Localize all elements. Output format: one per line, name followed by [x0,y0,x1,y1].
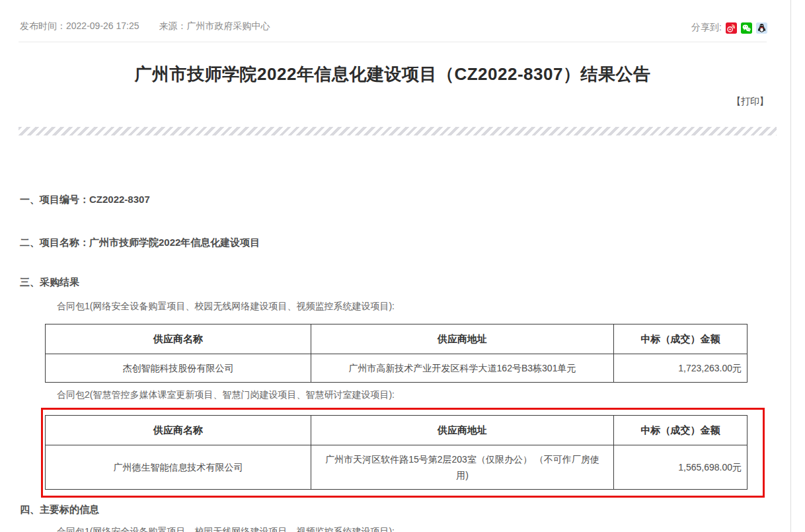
header-divider [19,42,767,42]
package2-intro: 合同包2(智慧管控多媒体课室更新项目、智慧门岗建设项目、智慧研讨室建设项目): [57,389,395,401]
section-project-number: 一、项目编号：CZ2022-8307 [20,194,150,206]
table-header-row: 供应商名称 供应商地址 中标（成交）金额 [46,416,748,445]
wechat-icon[interactable] [741,22,752,34]
cell-award-amount: 1,723,263.00元 [614,354,748,383]
share-label: 分享到: [691,22,722,34]
publish-time-value: 2022-09-26 17:25 [66,20,139,31]
header-supplier-name: 供应商名称 [46,416,311,445]
page-title: 广州市技师学院2022年信息化建设项目（CZ2022-8307）结果公告 [19,63,767,86]
cell-supplier-address: 广州市高新技术产业开发区科学大道162号B3栋301单元 [311,354,614,383]
header-supplier-address: 供应商地址 [311,416,614,445]
cutoff-package1-intro: 合同包1(网络安全设备购置项目、校园无线网络建设项目、视频监控系统建设项目): [57,526,395,532]
section-project-name: 二、项目名称：广州市技师学院2022年信息化建设项目 [20,237,260,249]
header-supplier-name: 供应商名称 [46,324,311,354]
share-bar: 分享到: [691,22,767,34]
table-row: 广州德生智能信息技术有限公司 广州市天河区软件路15号第2层203室（仅限办公）… [46,445,748,490]
cell-award-amount: 1,565,698.00元 [614,445,748,490]
section-procurement-result: 三、采购结果 [20,276,79,289]
source-value: 广州市政府采购中心 [187,20,270,31]
cell-supplier-name: 杰创智能科技股份有限公司 [46,354,311,383]
package2-result-table: 供应商名称 供应商地址 中标（成交）金额 广州德生智能信息技术有限公司 广州市天… [45,415,748,490]
section-main-subject-info: 四、主要标的信息 [20,504,99,516]
package1-intro: 合同包1(网络安全设备购置项目、校园无线网络建设项目、视频监控系统建设项目): [57,301,395,313]
hatched-divider [19,127,777,135]
header-award-amount: 中标（成交）金额 [614,416,748,445]
cell-supplier-address: 广州市天河区软件路15号第2层203室（仅限办公） （不可作厂房使用) [311,445,614,490]
header-supplier-address: 供应商地址 [311,324,614,354]
table-row: 杰创智能科技股份有限公司 广州市高新技术产业开发区科学大道162号B3栋301单… [46,354,748,383]
print-button[interactable]: 【打印】 [732,96,769,108]
package1-result-table: 供应商名称 供应商地址 中标（成交）金额 杰创智能科技股份有限公司 广州市高新技… [45,324,748,383]
publish-time-label: 发布时间： [20,20,66,31]
source-label: 来源： [159,20,187,31]
content-right-border [790,0,791,532]
qq-icon[interactable] [756,22,767,34]
cell-supplier-name: 广州德生智能信息技术有限公司 [46,445,311,490]
weibo-icon[interactable] [726,22,737,34]
announcement-page: 发布时间：2022-09-26 17:25来源：广州市政府采购中心 分享到: [0,0,805,532]
table-header-row: 供应商名称 供应商地址 中标（成交）金额 [46,324,748,354]
header-award-amount: 中标（成交）金额 [614,324,748,354]
meta-bar: 发布时间：2022-09-26 17:25来源：广州市政府采购中心 [20,20,270,32]
